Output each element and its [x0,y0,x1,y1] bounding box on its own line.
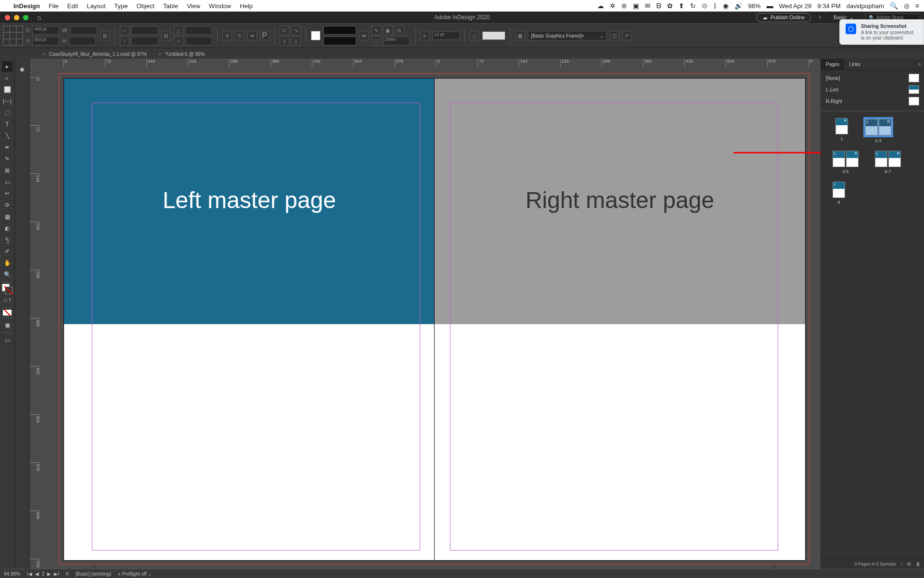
scale-x-input[interactable] [131,26,158,35]
close-tab-icon[interactable]: × [158,52,161,57]
zoom-tool[interactable]: 🔍 [2,269,13,280]
menu-layout[interactable]: Layout [87,2,105,10]
menu-object[interactable]: Object [137,2,155,10]
stroke-style-select[interactable] [323,26,356,35]
fill-swatch-icon[interactable] [311,31,321,40]
menu-type[interactable]: Type [114,2,128,10]
pencil-icon[interactable]: ✎ [372,26,381,35]
constrain-scale-icon[interactable]: ⛓ [161,31,171,40]
menu-table[interactable]: Table [163,2,178,10]
minimize-window-button[interactable] [14,15,19,20]
shear-icon[interactable]: ▱ [174,36,183,46]
view-mode-icon[interactable]: ▣ [2,320,13,330]
rotate-ccw-icon[interactable]: ↺ [222,31,232,40]
page-thumb-1[interactable]: 1 [835,118,848,143]
pencil-tool[interactable]: ✎ [2,154,13,164]
user-text[interactable]: davidpopham [847,2,884,10]
document-tab-active[interactable]: × *Untitled-5 @ 95% [154,50,211,59]
selection-tool[interactable]: ▸ [2,61,13,72]
tray-icon[interactable]: ✲ [610,2,616,10]
layers-panel-icon[interactable]: ◆ [17,64,27,74]
opacity-input[interactable]: 100% [383,37,410,45]
hand-tool[interactable]: ✋ [2,258,13,268]
pen-tool[interactable]: ✒ [2,142,13,153]
direct-selection-tool[interactable]: ▹ [2,73,13,83]
page-tool[interactable]: ⬜ [2,84,13,95]
align-right-icon[interactable]: ▯ [291,36,301,46]
siri-icon[interactable]: ◎ [904,2,910,10]
right-page[interactable]: Right master page 3 [434,78,806,561]
gradient-swatch-tool[interactable]: ▦ [2,211,13,222]
tray-icon[interactable]: ᗷ [656,2,661,10]
w-input[interactable] [70,26,97,35]
page-thumb-8[interactable]: 8 [833,182,845,205]
stroke-style-select-2[interactable] [323,37,356,45]
document-canvas[interactable]: Left master page 2 Right master page 3 [40,67,821,569]
master-none[interactable]: [None] [821,72,924,84]
zoom-field[interactable]: 94.98% [4,571,20,577]
stroke-weight-icon[interactable]: ≡ [420,31,430,40]
left-page[interactable]: Left master page 2 [64,78,435,561]
menu-window[interactable]: Window [209,2,231,10]
page-field[interactable]: 2 [42,571,45,577]
prev-page-button[interactable]: ◀ [35,571,39,577]
page-thumb-4-5[interactable]: 4-5 [833,151,859,174]
scale-x-icon[interactable]: ↔ [120,26,129,35]
home-icon[interactable]: ⌂ [37,13,41,21]
line-tool[interactable]: ╲ [2,131,13,141]
gradient-feather-tool[interactable]: ◐ [2,223,13,234]
corner-radius-input[interactable] [482,31,505,40]
panel-menu-icon[interactable]: ≡ [915,59,924,70]
links-tab[interactable]: Links [844,59,865,70]
type-tool[interactable]: T [2,119,13,130]
page-thumb-6-7[interactable]: 6-7 [875,151,901,174]
corner-options-icon[interactable]: ◻ [470,31,479,40]
last-page-button[interactable]: ▶I [54,571,59,577]
text-wrap-icon[interactable]: ▣ [383,26,393,35]
constrain-icon[interactable]: ⛓ [100,31,110,40]
fill-stroke-swatch[interactable] [2,284,13,294]
screen-mode-icon[interactable]: ▭ [2,335,13,345]
menu-app[interactable]: InDesign [13,2,40,10]
next-page-button[interactable]: ▶ [47,571,51,577]
flip-indicator-icon[interactable]: P [260,31,270,40]
hint-icon[interactable]: ♀ [818,14,822,21]
align-left-icon[interactable]: ▯ [280,36,289,46]
new-page-icon[interactable]: ⊞ [907,562,911,566]
vertical-ruler[interactable]: 072144216288360432504576648720 [30,67,41,569]
x-input[interactable]: 406 pt [32,26,59,35]
tray-icon[interactable]: ↻ [690,2,696,10]
tray-icon[interactable]: ⊙ [702,2,707,10]
stroke-weight-input[interactable]: 12 pt [433,31,460,40]
spotlight-icon[interactable]: 🔍 [890,2,898,10]
object-style-select[interactable]: [Basic Graphics Frame]+ ⌄ [528,31,607,40]
scissors-tool[interactable]: ✂ [2,188,13,199]
y-input[interactable]: 502 pt [32,37,59,45]
tray-icon[interactable]: ✉ [645,2,651,10]
battery-icon[interactable]: ▬ [767,2,773,10]
rotate-input[interactable] [185,26,212,35]
publish-online-button[interactable]: ☁ Publish Online [756,13,811,22]
flip-horizontal-button[interactable]: ⥂ [280,26,289,35]
stroke-swap-icon[interactable]: ⇆ [359,31,369,40]
menu-help[interactable]: Help [240,2,253,10]
formatting-affects-container-icon[interactable]: ▢ T [2,295,13,305]
bluetooth-icon[interactable]: ᛒ [713,2,717,10]
volume-icon[interactable]: 🔊 [734,2,743,10]
page-thumb-2-3[interactable]: 2-3 [864,118,892,143]
new-style-icon[interactable]: ◫ [610,31,619,40]
close-tab-icon[interactable]: × [42,52,45,57]
edit-page-size-icon[interactable]: ▫ [901,562,902,566]
opacity-icon[interactable]: ▢ [372,36,381,46]
shear-input[interactable] [185,37,212,45]
effects-icon[interactable]: fx [395,26,404,35]
notification-center-icon[interactable]: ≡ [915,2,919,10]
rotate-cw-icon[interactable]: ↻ [235,31,244,40]
scale-y-input[interactable] [131,37,158,45]
status-profile[interactable]: [Basic] (working) [76,571,111,577]
note-tool[interactable]: ✎̲ [2,235,13,245]
close-window-button[interactable] [5,15,10,20]
rectangle-frame-tool[interactable]: ⊠ [2,165,13,176]
tray-icon[interactable]: ▣ [633,2,639,10]
wifi-icon[interactable]: ◉ [723,2,729,10]
